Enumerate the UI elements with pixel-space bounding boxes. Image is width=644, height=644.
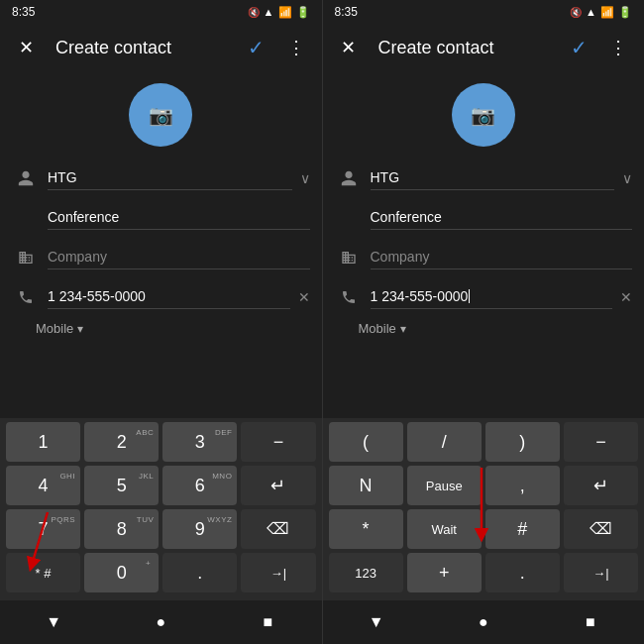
- phone-clear-right[interactable]: ✕: [620, 289, 632, 305]
- company-field-right[interactable]: Company: [371, 247, 633, 269]
- mute-icon-left: 🔇: [248, 7, 260, 18]
- phone-type-row-right: Mobile ▾: [359, 317, 645, 340]
- company-placeholder-right: Company: [371, 249, 430, 265]
- recent-button-left[interactable]: ■: [248, 602, 287, 642]
- keyboard-left: 1 2ABC 3DEF − 4GHI 5JKL 6MNO ↵ 7PQRS 8TU…: [0, 418, 322, 600]
- phone-type-row-left: Mobile ▾: [36, 317, 322, 340]
- name-row-right: HTG ∨: [323, 159, 645, 198]
- key-8-left[interactable]: 8TUV: [84, 509, 159, 549]
- nav-bar-left: ▼ ● ■: [0, 600, 322, 644]
- name-value-left: HTG: [48, 169, 77, 185]
- phone-type-dropdown-right[interactable]: ▾: [400, 322, 406, 336]
- phone-icon-right: [335, 289, 363, 305]
- key-next-left[interactable]: →|: [241, 553, 315, 592]
- key-minus-left[interactable]: −: [241, 422, 315, 462]
- key-open-paren-right[interactable]: (: [329, 422, 403, 462]
- nav-bar-right: ▼ ● ■: [323, 600, 645, 644]
- key-7-left[interactable]: 7PQRS: [6, 509, 80, 549]
- key-9-left[interactable]: 9WXYZ: [162, 509, 237, 549]
- keyboard-row-4-right: 123 + . →|: [325, 553, 643, 592]
- check-button-left[interactable]: ✓: [239, 30, 274, 65]
- battery-icon-right: 🔋: [618, 6, 632, 19]
- key-hash-right[interactable]: #: [485, 509, 560, 549]
- conference-row-right: Conference: [323, 198, 645, 238]
- home-button-left[interactable]: ●: [141, 602, 180, 642]
- time-left: 8:35: [12, 5, 35, 19]
- key-3-left[interactable]: 3DEF: [162, 422, 237, 462]
- conference-field-right[interactable]: Conference: [371, 207, 633, 230]
- back-button-left[interactable]: ▼: [34, 602, 73, 642]
- key-n-right[interactable]: N: [329, 466, 403, 505]
- wifi-icon-left: ▲: [264, 6, 274, 18]
- key-dot-left[interactable]: .: [162, 553, 237, 592]
- avatar-left[interactable]: 📷: [129, 83, 192, 147]
- more-button-left[interactable]: ⋮: [278, 30, 314, 65]
- key-enter-right[interactable]: ↵: [564, 466, 638, 505]
- keyboard-row-2-right: N Pause , ↵: [325, 466, 643, 505]
- key-minus-right[interactable]: −: [564, 422, 638, 462]
- phone-value-left: 1 234-555-0000: [48, 288, 146, 304]
- company-row-right: Company: [323, 238, 645, 277]
- status-bar-left: 8:35 🔇 ▲ 📶 🔋: [0, 0, 322, 24]
- phone-field-left[interactable]: 1 234-555-0000: [48, 286, 290, 309]
- key-next-right[interactable]: →|: [564, 553, 638, 592]
- key-star-right[interactable]: *: [329, 509, 403, 549]
- battery-icon-left: 🔋: [296, 6, 310, 19]
- name-dropdown-left[interactable]: ∨: [300, 170, 310, 186]
- key-comma-right[interactable]: ,: [485, 466, 560, 505]
- key-dot-right[interactable]: .: [485, 553, 560, 592]
- key-backspace-right[interactable]: ⌫: [564, 509, 638, 549]
- app-bar-left: ✕ Create contact ✓ ⋮: [0, 24, 322, 71]
- person-icon-right: [335, 169, 363, 187]
- key-2-left[interactable]: 2ABC: [84, 422, 159, 462]
- keyboard-right: ( / ) − N Pause , ↵ * Wait # ⌫ 123: [323, 418, 645, 600]
- close-button-right[interactable]: ✕: [331, 30, 367, 65]
- check-button-right[interactable]: ✓: [561, 30, 596, 65]
- name-value-right: HTG: [371, 169, 400, 185]
- key-close-paren-right[interactable]: ): [485, 422, 560, 462]
- key-star-hash-left[interactable]: * #: [6, 553, 80, 592]
- phone-type-dropdown-left[interactable]: ▾: [77, 322, 83, 336]
- keyboard-row-2-left: 4GHI 5JKL 6MNO ↵: [2, 466, 320, 505]
- app-title-right: Create contact: [378, 38, 558, 58]
- key-enter-left[interactable]: ↵: [241, 466, 315, 505]
- app-title-left: Create contact: [55, 38, 235, 58]
- signal-icon-left: 📶: [278, 6, 292, 19]
- keyboard-row-1-left: 1 2ABC 3DEF −: [2, 422, 320, 462]
- keyboard-row-1-right: ( / ) −: [325, 422, 643, 462]
- conference-field-left[interactable]: Conference: [48, 207, 310, 230]
- close-button-left[interactable]: ✕: [8, 30, 44, 65]
- name-field-left[interactable]: HTG: [48, 167, 292, 190]
- key-6-left[interactable]: 6MNO: [162, 466, 237, 505]
- recent-button-right[interactable]: ■: [571, 602, 610, 642]
- company-icon-left: [12, 250, 40, 266]
- phone-clear-left[interactable]: ✕: [298, 289, 310, 305]
- screen-left: 8:35 🔇 ▲ 📶 🔋 ✕ Create contact ✓ ⋮: [0, 0, 322, 644]
- key-1-left[interactable]: 1: [6, 422, 80, 462]
- company-field-left[interactable]: Company: [48, 247, 310, 269]
- name-field-right[interactable]: HTG: [371, 167, 615, 190]
- form-right: HTG ∨ Conference Company: [323, 155, 645, 418]
- home-button-right[interactable]: ●: [464, 602, 503, 642]
- key-4-left[interactable]: 4GHI: [6, 466, 80, 505]
- key-wait-right[interactable]: Wait: [407, 509, 482, 549]
- key-0-left[interactable]: 0+: [84, 553, 159, 592]
- name-dropdown-right[interactable]: ∨: [622, 170, 632, 186]
- phone-field-right[interactable]: 1 234-555-0000: [371, 286, 613, 309]
- key-123-right[interactable]: 123: [329, 553, 403, 592]
- key-slash-right[interactable]: /: [407, 422, 482, 462]
- conference-row-left: Conference: [0, 198, 322, 238]
- company-icon-right: [335, 250, 363, 266]
- phone-type-label-left: Mobile: [36, 321, 73, 336]
- phone-row-left: 1 234-555-0000 ✕: [0, 277, 322, 317]
- back-button-right[interactable]: ▼: [357, 602, 396, 642]
- key-5-left[interactable]: 5JKL: [84, 466, 159, 505]
- key-pause-right[interactable]: Pause: [407, 466, 482, 505]
- text-cursor-right: [469, 289, 470, 303]
- key-backspace-left[interactable]: ⌫: [241, 509, 315, 549]
- mute-icon-right: 🔇: [570, 7, 582, 18]
- key-plus-right[interactable]: +: [407, 553, 482, 592]
- wifi-icon-right: ▲: [586, 6, 596, 18]
- avatar-right[interactable]: 📷: [452, 83, 515, 147]
- more-button-right[interactable]: ⋮: [600, 30, 636, 65]
